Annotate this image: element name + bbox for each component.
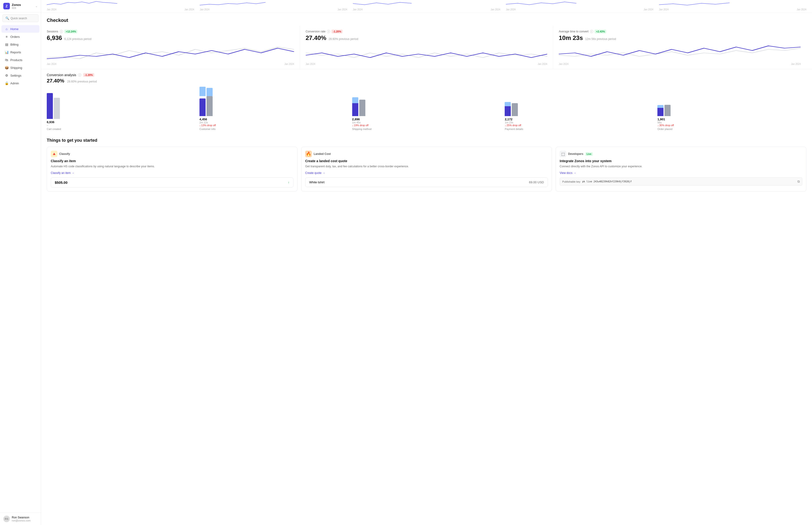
conversion-analysis-info-icon[interactable]: i (78, 73, 81, 77)
funnel-time-payment: 1m 23s (505, 121, 513, 124)
funnel-chart: 6,936 – Cart created 4,456 2m 12s (47, 87, 806, 131)
landed-cost-card-title: Create a landed cost quote (305, 159, 548, 163)
funnel-time-cart: – (47, 124, 48, 127)
brand-name: Zonos (12, 3, 21, 6)
developers-product-label: Developers (568, 152, 583, 155)
funnel-label-order: Order placed (657, 127, 672, 131)
conversion-sparkline (306, 44, 548, 62)
quick-search-button[interactable]: 🔍 Quick search (2, 14, 39, 22)
checkout-section: Checkout Sessions i +12.24% 6,936 6,124 … (41, 14, 812, 69)
developers-link[interactable]: View docs → (560, 171, 802, 175)
funnel-drop-customer: ↓ 13% drop off (199, 124, 216, 127)
things-grid: 🔺 Classify Classify an item Automate HS … (47, 147, 806, 192)
classify-icon: 🔺 (51, 151, 57, 157)
funnel-step-shipping: 2,896 1m 45s ↓ 19% drop off Shipping met… (352, 97, 501, 131)
conversion-analysis-badge: -1.20% (83, 73, 94, 77)
conversion-metric: Conversion rate i -1.20% 27.40% 28.60% p… (300, 26, 553, 69)
funnel-count-customer: 4,456 (199, 118, 207, 121)
funnel-drop-shipping: ↓ 19% drop off (352, 124, 369, 127)
sidebar-item-shipping-label: Shipping (10, 66, 22, 70)
sidebar-item-admin[interactable]: 🔒 Admin (1, 79, 40, 87)
conversion-date-start: Jan 2024 (306, 63, 315, 65)
classify-demo-up-icon: ↑ (288, 181, 290, 184)
sidebar-item-reports[interactable]: 📊 Reports (1, 48, 40, 56)
sidebar-item-orders[interactable]: ≡ Orders (1, 33, 40, 41)
publishable-key-row: Publishable key pk_live_243u48239h82hf23… (560, 177, 802, 186)
sidebar-item-products[interactable]: 🛍 Products (1, 56, 40, 64)
chevron-icon: ⌄ (35, 4, 37, 8)
sidebar-item-home[interactable]: ⌂ Home (1, 25, 40, 33)
avg-time-prev: 12m 56s previous period (585, 38, 616, 41)
home-icon: ⌂ (5, 27, 9, 31)
funnel-label-customer: Customer info (199, 127, 215, 131)
funnel-step-payment: 2,172 1m 23s ↓ 25% drop off Payment deta… (505, 102, 654, 131)
sidebar-item-orders-label: Orders (10, 35, 20, 39)
classify-demo-card: $505.00 ↑ (51, 177, 293, 188)
classify-link[interactable]: Classify an item → (51, 171, 293, 175)
reports-icon: 📊 (5, 50, 9, 54)
main-content: Jan 2024 Jan 2024 Jan 2024 Jan 2024 Jan … (41, 0, 812, 525)
shipping-icon: 📦 (5, 66, 9, 70)
developers-card: ⬚ Developers Live Integrate Zonos into y… (556, 147, 806, 192)
funnel-step-order: 1,901 56s ↓ 30% drop off Order placed (657, 105, 806, 131)
avg-time-date-end: Jan 2024 (791, 63, 801, 65)
sparkline-top-2 (200, 0, 347, 7)
conversion-analysis-value: 27.40% (47, 78, 64, 84)
conversion-value: 27.40% (306, 34, 326, 41)
developers-card-title: Integrate Zonos into your system (560, 159, 802, 163)
classify-card-desc: Automate HS code classifications by usin… (51, 164, 293, 168)
sidebar-item-billing-label: Billing (10, 43, 18, 46)
funnel-time-shipping: 1m 45s (352, 121, 361, 124)
avg-time-metric: Average time to convert i +2.43% 10m 23s… (553, 26, 806, 69)
sidebar-footer: RS Ron Swanson ron@zonos.com (0, 512, 41, 525)
funnel-bar-order-top (657, 105, 663, 108)
sidebar-item-billing[interactable]: ▤ Billing (1, 41, 40, 48)
top-chart-2: Jan 2024 Jan 2024 (200, 0, 347, 11)
orders-icon: ≡ (5, 35, 9, 39)
top-chart-3: Jan 2024 Jan 2024 (353, 0, 500, 11)
pub-key-label: Publishable key (562, 180, 580, 183)
funnel-bar-shipping-top (352, 97, 358, 103)
top-chart-4: Jan 2024 Jan 2024 (506, 0, 653, 11)
sessions-metric: Sessions i +12.24% 6,936 6,124 previous … (47, 26, 300, 69)
avg-time-info-icon[interactable]: i (590, 30, 593, 33)
sidebar-item-settings-label: Settings (10, 74, 21, 77)
sessions-date-end: Jan 2024 (285, 63, 294, 65)
brand-id: 909 (12, 6, 21, 10)
brand-icon: Z (3, 3, 10, 10)
classify-product-label: Classify (59, 152, 70, 155)
live-badge: Live (585, 152, 593, 156)
sessions-prev: 6,124 previous period (64, 38, 91, 41)
sidebar-item-settings[interactable]: ⚙ Settings (1, 72, 40, 79)
conversion-prev: 28.60% previous period (328, 38, 358, 41)
conversion-info-icon[interactable]: i (327, 30, 330, 33)
sessions-value: 6,936 (47, 34, 62, 41)
quick-search-label: Quick search (11, 17, 27, 20)
checkout-metrics: Sessions i +12.24% 6,936 6,124 previous … (41, 26, 812, 69)
sidebar-brand[interactable]: Z Zonos 909 ⌄ (0, 0, 41, 13)
developers-icon: ⬚ (560, 151, 566, 157)
funnel-bar-customer-top (199, 87, 205, 96)
top-chart-4-date-end: Jan 2024 (644, 8, 653, 11)
landed-cost-link[interactable]: Create quote → (305, 171, 548, 175)
funnel-bar-customer-main (199, 99, 205, 116)
funnel-drop-payment: ↓ 25% drop off (505, 124, 521, 127)
things-section-title: Things to get you started (47, 138, 806, 143)
funnel-bar-cart-prev (54, 98, 60, 119)
sidebar-item-products-label: Products (10, 58, 22, 62)
classify-card-title: Classify an item (51, 159, 293, 163)
funnel-bar-shipping-prev (359, 100, 365, 116)
search-icon: 🔍 (5, 16, 9, 20)
funnel-bar-customer-prev-top (206, 88, 213, 96)
top-chart-5: Jan 2024 Jan 2024 (659, 0, 806, 11)
products-icon: 🛍 (5, 58, 9, 62)
funnel-count-payment: 2,172 (505, 118, 512, 121)
copy-key-button[interactable]: ⧉ (797, 180, 800, 183)
sidebar-item-shipping[interactable]: 📦 Shipping (1, 64, 40, 72)
classify-demo-price: $505.00 (55, 180, 67, 184)
funnel-time-customer: 2m 12s (199, 121, 208, 124)
things-section: Things to get you started 🔺 Classify Cla… (41, 134, 812, 195)
sessions-info-icon[interactable]: i (60, 30, 63, 33)
top-chart-4-date-start: Jan 2024 (506, 8, 516, 11)
developers-card-desc: Connect directly with the Zonos API to c… (560, 164, 802, 168)
